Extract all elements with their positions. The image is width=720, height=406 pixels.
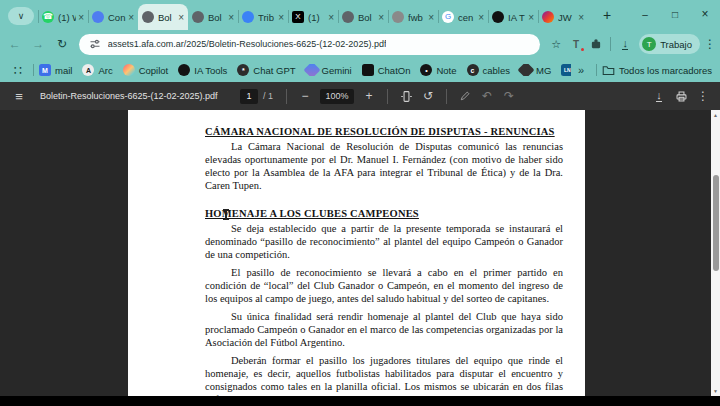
bookmark-favicon: c [467,64,479,76]
back-button[interactable]: ← [6,35,24,53]
minimize-button[interactable]: – [630,0,660,28]
undo-icon[interactable]: ↶ [476,85,498,107]
google-favicon: G [442,11,454,23]
address-bar: ← → ↻ assets1.afa.com.ar/2025/Boletin-Re… [0,30,720,58]
tab[interactable]: fwb× [388,4,438,30]
bookmark-star-icon[interactable]: ☆ [546,34,566,54]
tab[interactable]: Con× [88,4,138,30]
bookmark-item[interactable]: ccables [467,64,510,76]
maximize-button[interactable]: □ [660,0,690,28]
tab[interactable]: IA T× [488,4,538,30]
bookmark-item[interactable]: LNLN [561,64,571,76]
bookmark-item[interactable]: •Note [420,64,456,76]
document-heading: CÁMARA NACIONAL DE RESOLUCIÓN DE DISPUTA… [205,126,563,137]
zoom-level[interactable]: 100% [320,89,354,104]
bookmark-label: Copilot [139,65,169,76]
bookmark-label: cables [483,65,510,76]
redo-icon[interactable]: ↷ [498,85,520,107]
tab-label: Bol [358,12,376,23]
scrollbar-thumb[interactable] [713,175,719,271]
divider [446,89,447,104]
bookmark-item[interactable]: Gemini [306,64,352,76]
browser-menu-icon[interactable]: ⋮ [700,34,720,54]
tab[interactable]: ☎(1) W× [38,4,88,30]
page-number-input[interactable] [240,89,258,104]
tab-label: IA T [508,12,526,23]
divider [286,89,287,104]
tab-close-icon[interactable]: × [578,12,584,23]
scroll-up-arrow[interactable]: ▲ [711,110,720,120]
downloads-icon[interactable]: ↓ [615,34,635,54]
bookmarks-overflow-icon[interactable]: » [571,60,591,80]
site-settings-icon[interactable] [89,38,101,50]
tab-close-icon[interactable]: × [78,12,84,23]
tab-label: Bol [158,12,176,23]
bookmark-item[interactable]: Mmail [39,64,72,76]
fit-page-icon[interactable] [395,85,417,107]
tab[interactable]: Trib× [238,4,288,30]
forward-button[interactable]: → [30,35,48,53]
scroll-down-arrow[interactable]: ▼ [711,386,720,396]
tab-close-icon[interactable]: × [378,12,384,23]
chevron-down-icon: ∨ [18,11,25,21]
tab[interactable]: JW× [538,4,588,30]
tab-close-icon[interactable]: × [428,12,434,23]
icon-glyph: * [242,67,245,74]
document-paragraph: Su única finalidad será rendir homenaje … [205,310,563,349]
tab[interactable]: Bol× [188,4,238,30]
bookmark-label: mail [55,65,72,76]
bookmark-item[interactable]: IA Tools [178,64,227,76]
tab[interactable]: Gcen× [438,4,488,30]
apps-grid-icon[interactable]: ∷ [8,60,28,80]
pdf-download-icon[interactable]: ↓ [648,85,670,107]
bookmarks-right: » Todos los marcadores [571,60,712,80]
close-button[interactable]: × [690,0,720,28]
page-total-label: / 1 [263,91,273,101]
print-icon[interactable] [670,85,692,107]
tab-close-icon[interactable]: × [128,12,134,23]
tab-label: cen [458,12,476,23]
tab[interactable]: X(1)× [288,4,338,30]
profile-chip[interactable]: T Trabajo [639,34,700,54]
document-heading: HOMENAJE A LOS CLUBES CAMPEONES [205,208,563,219]
bookmark-item[interactable]: Copilot [123,64,169,76]
tab-search-button[interactable]: ∨ [8,7,34,25]
bookmark-favicon: M [39,64,51,76]
extensions-puzzle-icon[interactable] [586,34,606,54]
bookmark-item[interactable]: ChatOn [362,64,411,76]
tab-close-icon[interactable]: × [328,12,334,23]
bookmark-favicon [518,64,535,76]
zoom-in-icon[interactable]: + [358,85,380,107]
bookmark-item[interactable]: AArc [82,64,112,76]
pdf-page: CÁMARA NACIONAL DE RESOLUCIÓN DE DISPUTA… [128,110,585,396]
all-bookmarks-button[interactable]: Todos los marcadores [602,65,712,76]
annotate-pen-icon[interactable] [454,85,476,107]
tab[interactable]: Bol× [338,4,388,30]
new-tab-button[interactable]: + [596,4,618,26]
bookmark-label: IA Tools [194,65,227,76]
tab-close-icon[interactable]: × [228,12,234,23]
tab-close-icon[interactable]: × [528,12,534,23]
rotate-icon[interactable]: ↺ [417,85,439,107]
pdf-more-icon[interactable]: ⋮ [692,85,714,107]
bookmark-favicon [303,64,320,76]
bookmark-item[interactable]: *Chat GPT [237,64,295,76]
vertical-scrollbar[interactable]: ▲ ▼ [711,110,720,396]
document-paragraph: Se deja establecido que a partir de la p… [205,222,563,261]
x-twitter-favicon: X [292,11,304,23]
bookmark-label: Note [436,65,456,76]
bookmark-favicon: LN [561,64,571,76]
tab-close-icon[interactable]: × [278,12,284,23]
bookmark-favicon: * [237,64,249,76]
zoom-out-icon[interactable]: − [294,85,316,107]
tab-active[interactable]: Bol× [138,4,188,30]
reload-button[interactable]: ↻ [53,35,71,53]
omnibox[interactable]: assets1.afa.com.ar/2025/Boletin-Resoluci… [79,34,540,55]
tab-close-icon[interactable]: × [178,12,184,23]
bookmark-item[interactable]: MG [520,64,551,76]
extension-t-icon[interactable]: T [566,34,586,54]
divider [387,89,388,104]
icon-glyph: c [471,67,475,74]
pdf-menu-icon[interactable]: ≡ [8,85,30,107]
tab-close-icon[interactable]: × [478,12,484,23]
